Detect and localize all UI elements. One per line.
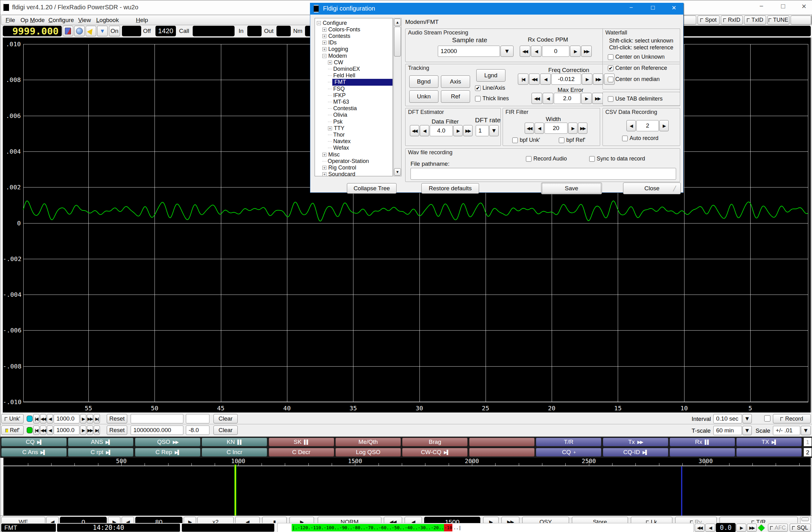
data-filter-spin-right-icon[interactable]: ▶: [453, 125, 463, 136]
reference-clear-button[interactable]: Clear: [214, 426, 238, 435]
ref-button[interactable]: Ref: [441, 90, 470, 103]
toggle-blank[interactable]: [791, 15, 811, 25]
thick-lines-checkbox[interactable]: Thick lines: [475, 95, 509, 102]
lgnd-button[interactable]: Lgnd: [476, 69, 505, 82]
restore-defaults-button[interactable]: Restore defaults: [421, 183, 479, 194]
macro-cq[interactable]: CQ+: [536, 448, 601, 457]
unknown-spin-right-icon[interactable]: ▶▶: [87, 414, 93, 423]
fir-width-spin-right-icon[interactable]: ▶: [568, 123, 577, 134]
macro-empty[interactable]: [736, 448, 802, 457]
minimize-icon[interactable]: −: [753, 2, 770, 13]
tscale-combo[interactable]: 60 min: [713, 426, 742, 435]
bpf-unk-checkbox[interactable]: bpf Unk': [512, 137, 540, 143]
close-button[interactable]: Close╱: [623, 183, 681, 194]
waterfall-checkbox-center-on-unknown[interactable]: Center on Unknown: [608, 54, 665, 60]
fir-width-spin-right-icon[interactable]: ▶▶: [578, 123, 588, 134]
fir-width-spin-left-icon[interactable]: ◀: [535, 123, 544, 134]
unknown-spin-left-icon[interactable]: ◀◀: [40, 414, 46, 423]
unkn-button[interactable]: Unkn: [409, 90, 438, 103]
unknown-freq-field[interactable]: 1000.0: [54, 414, 79, 423]
toggle-txid[interactable]: TxID: [744, 15, 766, 25]
afc-toggle[interactable]: AFC: [768, 523, 788, 532]
menu-item-configure[interactable]: Configure: [48, 17, 74, 24]
unknown-reset-button[interactable]: Reset: [107, 414, 127, 423]
in-display[interactable]: [247, 26, 262, 36]
fir-width-field[interactable]: 20: [545, 123, 567, 134]
line-axis-checkbox[interactable]: ✔Line/Axis: [475, 85, 505, 91]
vfo-frequency-display[interactable]: 9999.000: [3, 26, 62, 36]
sync-data-checkbox[interactable]: Sync to data record: [589, 156, 645, 162]
macro-c-rep[interactable]: C Rep▶▌: [135, 448, 200, 457]
waterfall-checkbox-center-on-median[interactable]: Center on median: [608, 76, 659, 83]
file-pathname-input[interactable]: [410, 168, 676, 180]
reference-spin-left-icon[interactable]: |◀: [33, 426, 39, 435]
close-icon[interactable]: ×: [796, 2, 812, 12]
macro-c-decr[interactable]: C Decr: [269, 448, 334, 457]
logbook-icon[interactable]: [63, 26, 73, 36]
macro-empty[interactable]: [469, 437, 535, 446]
freq-correction-spin-right-icon[interactable]: ▶: [582, 74, 592, 85]
macro-bank-number[interactable]: 1: [803, 437, 812, 446]
scale-combo[interactable]: +/- .01: [773, 426, 800, 435]
rx-codec-ppm-field[interactable]: 0: [542, 46, 569, 57]
csv-count-spin-left-icon[interactable]: ◀: [626, 120, 636, 131]
macro-kn[interactable]: KN▌▌: [202, 437, 267, 446]
macro-bank-number[interactable]: 2: [803, 448, 812, 457]
bgnd-button[interactable]: Bgnd: [409, 75, 438, 88]
macro-cw-cq[interactable]: CW-CQ▶▌: [402, 448, 468, 457]
rx-codec-ppm-spin-right-icon[interactable]: ▶: [570, 46, 581, 57]
max-error-spin-left-icon[interactable]: ◀: [543, 93, 553, 104]
scale-combo-arrow-icon[interactable]: ▼: [801, 426, 811, 435]
freq-correction-spin-left-icon[interactable]: ◀: [540, 74, 551, 85]
reference-spin-right-icon[interactable]: ▶▶: [87, 426, 93, 435]
unknown-value-field[interactable]: [131, 414, 183, 423]
macro-t-r[interactable]: T/R: [536, 437, 601, 446]
sql-toggle[interactable]: SQL: [790, 523, 811, 532]
reference-error-field[interactable]: -8.0: [186, 426, 209, 435]
record-checkbox[interactable]: [764, 415, 770, 421]
axis-button[interactable]: Axis: [441, 75, 470, 88]
sample-rate-combo-arrow-icon[interactable]: ▼: [501, 46, 513, 57]
csv-count-spin-right-icon[interactable]: ▶: [659, 120, 669, 131]
collapse-tree-button[interactable]: Collapse Tree: [347, 183, 396, 194]
reference-spin-right-icon[interactable]: ▶: [80, 426, 86, 435]
out-display[interactable]: [276, 26, 291, 36]
afc-spin-left-icon[interactable]: ◀◀: [695, 523, 705, 532]
menu-item-help[interactable]: Help: [136, 17, 148, 24]
macro-empty[interactable]: [670, 448, 735, 457]
data-filter-spin-right-icon[interactable]: ▶▶: [463, 125, 473, 136]
reference-reset-button[interactable]: Reset: [107, 426, 127, 435]
sample-rate-combo[interactable]: 12000: [438, 46, 500, 57]
save-icon[interactable]: ▼: [97, 26, 108, 36]
unknown-spin-left-icon[interactable]: ◀: [47, 414, 53, 423]
dft-rate-combo-arrow-icon[interactable]: ▼: [489, 125, 498, 136]
macro-tx[interactable]: TX▶▌: [736, 437, 802, 446]
toggle-spot[interactable]: Spot: [697, 15, 720, 25]
unknown-toggle-button[interactable]: Unk': [1, 414, 24, 423]
max-error-spin-right-icon[interactable]: ▶▶: [592, 93, 603, 104]
max-error-spin-right-icon[interactable]: ▶: [581, 93, 592, 104]
freq-correction-spin-left-icon[interactable]: ◀◀: [529, 74, 540, 85]
rx-codec-ppm-spin-left-icon[interactable]: ◀: [531, 46, 541, 57]
dft-rate-combo[interactable]: 1: [476, 125, 489, 136]
unknown-error-field[interactable]: [186, 414, 209, 423]
reference-spin-right-icon[interactable]: ▶|: [94, 426, 100, 435]
data-filter-spin-left-icon[interactable]: ◀: [420, 125, 429, 136]
waterfall[interactable]: [3, 466, 811, 516]
macro-me-qth[interactable]: Me/Qth: [335, 437, 401, 446]
macro-c-incr[interactable]: C Incr: [202, 448, 267, 457]
macro-c-rpt[interactable]: C rpt▶▌: [68, 448, 133, 457]
macro-rx[interactable]: Rx▌▌: [670, 437, 735, 446]
afc-spin-left-icon[interactable]: ◀: [705, 523, 715, 532]
macro-qso[interactable]: QSO▶▶: [135, 437, 200, 446]
macro-c-ans[interactable]: C Ans▶▌: [1, 448, 67, 457]
menu-item-logbook[interactable]: Logbook: [96, 17, 119, 24]
macro-sk[interactable]: SK▌▌: [269, 437, 334, 446]
menu-item-view[interactable]: View: [78, 17, 91, 24]
maximize-icon[interactable]: □: [774, 2, 792, 13]
macro-log-qso[interactable]: Log QSO: [335, 448, 401, 457]
waterfall-checkbox-center-on-reference[interactable]: ✔Center on Reference: [608, 65, 667, 71]
data-filter-spin-left-icon[interactable]: ◀◀: [410, 125, 419, 136]
rx-codec-ppm-spin-left-icon[interactable]: ◀◀: [520, 46, 530, 57]
menu-item-file[interactable]: File: [5, 17, 15, 24]
